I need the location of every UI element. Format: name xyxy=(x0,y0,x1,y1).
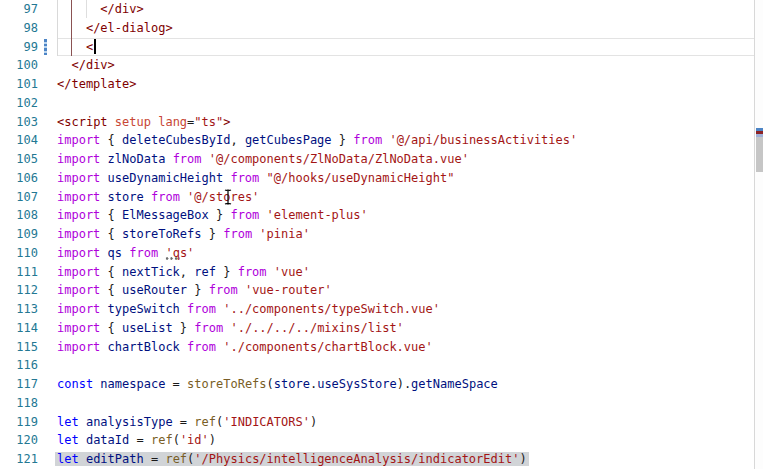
code-line[interactable]: 101</template> xyxy=(0,75,754,94)
line-number[interactable]: 108 xyxy=(0,206,38,225)
code-token xyxy=(79,452,86,466)
code-line[interactable]: 107import store from '@/stores' xyxy=(0,188,754,207)
code-token: useList xyxy=(122,321,173,335)
code-line[interactable]: 117const namespace = storeToRefs(store.u… xyxy=(0,375,754,394)
indent-guide xyxy=(86,0,87,18)
code-line[interactable]: 106import useDynamicHeight from "@/hooks… xyxy=(0,169,754,188)
gutter: 115 xyxy=(0,338,57,357)
code-editor[interactable]: 97 </div>98 </el-dialog>99 <100 </div>10… xyxy=(0,0,763,469)
line-number[interactable]: 100 xyxy=(0,56,38,75)
code-line[interactable]: 120let dataId = ref('id') xyxy=(0,431,754,450)
line-number[interactable]: 101 xyxy=(0,75,38,94)
code-token: from xyxy=(151,190,180,204)
line-content: import { ElMessageBox } from 'element-pl… xyxy=(57,206,754,225)
line-number[interactable]: 117 xyxy=(0,375,38,394)
scrollbar[interactable] xyxy=(754,0,763,469)
line-content: const namespace = storeToRefs(store.useS… xyxy=(57,375,754,394)
line-number[interactable]: 116 xyxy=(0,356,38,375)
code-line[interactable]: 113import typeSwitch from '../components… xyxy=(0,300,754,319)
line-number[interactable]: 112 xyxy=(0,281,38,300)
code-token: </template> xyxy=(57,77,136,91)
code-line[interactable]: 105import zlNoData from '@/components/Zl… xyxy=(0,150,754,169)
line-number[interactable]: 99 xyxy=(0,38,38,57)
code-token: nextTick xyxy=(122,265,180,279)
code-token: storeToRefs xyxy=(187,377,266,391)
code-line[interactable]: 112import { useRouter } from 'vue-router… xyxy=(0,281,754,300)
line-number[interactable]: 109 xyxy=(0,225,38,244)
code-token xyxy=(144,190,151,204)
line-number[interactable]: 121 xyxy=(0,450,38,469)
code-token xyxy=(180,340,187,354)
line-number[interactable]: 115 xyxy=(0,338,38,357)
line-content: </div> xyxy=(57,56,754,75)
code-token: "ts" xyxy=(194,115,223,129)
code-line[interactable]: 116 xyxy=(0,356,754,375)
code-token: </div> xyxy=(100,2,143,16)
code-line[interactable]: 114import { useList } from './../../../m… xyxy=(0,319,754,338)
code-token: { xyxy=(100,283,122,297)
line-number[interactable]: 98 xyxy=(0,19,38,38)
code-line[interactable]: 119let analysisType = ref('INDICATORS') xyxy=(0,413,754,432)
line-number[interactable]: 97 xyxy=(0,0,38,19)
code-line[interactable]: 104import { deleteCubesById, getCubesPag… xyxy=(0,131,754,150)
line-number[interactable]: 107 xyxy=(0,188,38,207)
code-token xyxy=(180,190,187,204)
code-line[interactable]: 108import { ElMessageBox } from 'element… xyxy=(0,206,754,225)
code-token xyxy=(165,152,172,166)
text-cursor xyxy=(94,39,96,54)
code-token: ElMessageBox xyxy=(122,208,209,222)
code-token: } xyxy=(202,227,224,241)
scrollbar-thumb[interactable] xyxy=(756,128,763,172)
code-line[interactable]: 97 </div> xyxy=(0,0,754,19)
code-token: '@/components/ZlNoData/ZlNoData.vue' xyxy=(209,152,469,166)
line-number[interactable]: 103 xyxy=(0,113,38,132)
code-line[interactable]: 110import qs from 'qs' xyxy=(0,244,754,263)
line-number[interactable]: 113 xyxy=(0,300,38,319)
code-token: deleteCubesById xyxy=(122,133,230,147)
code-line[interactable]: 98 </el-dialog> xyxy=(0,19,754,38)
code-line[interactable]: 100 </div> xyxy=(0,56,754,75)
line-number[interactable]: 111 xyxy=(0,263,38,282)
code-token: let xyxy=(57,415,79,429)
code-token: setup xyxy=(115,115,151,129)
code-line[interactable]: 99 < xyxy=(0,38,754,57)
line-number[interactable]: 104 xyxy=(0,131,38,150)
code-line[interactable]: 103<script setup lang="ts"> xyxy=(0,113,754,132)
line-number[interactable]: 114 xyxy=(0,319,38,338)
line-number[interactable]: 120 xyxy=(0,431,38,450)
gutter: 105 xyxy=(0,150,57,169)
code-line[interactable]: 109import { storeToRefs } from 'pinia' xyxy=(0,225,754,244)
code-token: from xyxy=(194,321,223,335)
line-number[interactable]: 119 xyxy=(0,413,38,432)
gutter: 103 xyxy=(0,113,57,132)
code-line[interactable]: 102 xyxy=(0,94,754,113)
line-number[interactable]: 118 xyxy=(0,394,38,413)
code-line[interactable]: 115import chartBlock from './components/… xyxy=(0,338,754,357)
line-content: let dataId = ref('id') xyxy=(57,431,754,450)
line-number[interactable]: 106 xyxy=(0,169,38,188)
code-token: from xyxy=(129,246,158,260)
code-token: > xyxy=(223,115,230,129)
code-token: namespace xyxy=(100,377,165,391)
code-token: './components/chartBlock.vue' xyxy=(223,340,433,354)
code-token: import xyxy=(57,283,100,297)
code-token: 'vue-router' xyxy=(245,283,332,297)
code-token: let xyxy=(57,452,79,466)
line-number[interactable]: 102 xyxy=(0,94,38,113)
code-line[interactable]: 121let editPath = ref('/Physics/intellig… xyxy=(0,450,754,469)
code-token: import xyxy=(57,152,100,166)
code-token: } xyxy=(332,133,354,147)
code-line[interactable]: 118 xyxy=(0,394,754,413)
line-number[interactable]: 110 xyxy=(0,244,38,263)
code-token: } xyxy=(209,208,231,222)
code-token: 'vue' xyxy=(274,265,310,279)
code-token: chartBlock xyxy=(108,340,180,354)
line-content xyxy=(57,356,754,375)
code-token: ( xyxy=(173,433,180,447)
code-token: import xyxy=(57,340,100,354)
code-token: { xyxy=(100,133,122,147)
line-content: import { nextTick, ref } from 'vue' xyxy=(57,263,754,282)
code-line[interactable]: 111import { nextTick, ref } from 'vue' xyxy=(0,263,754,282)
code-token: import xyxy=(57,171,100,185)
line-number[interactable]: 105 xyxy=(0,150,38,169)
